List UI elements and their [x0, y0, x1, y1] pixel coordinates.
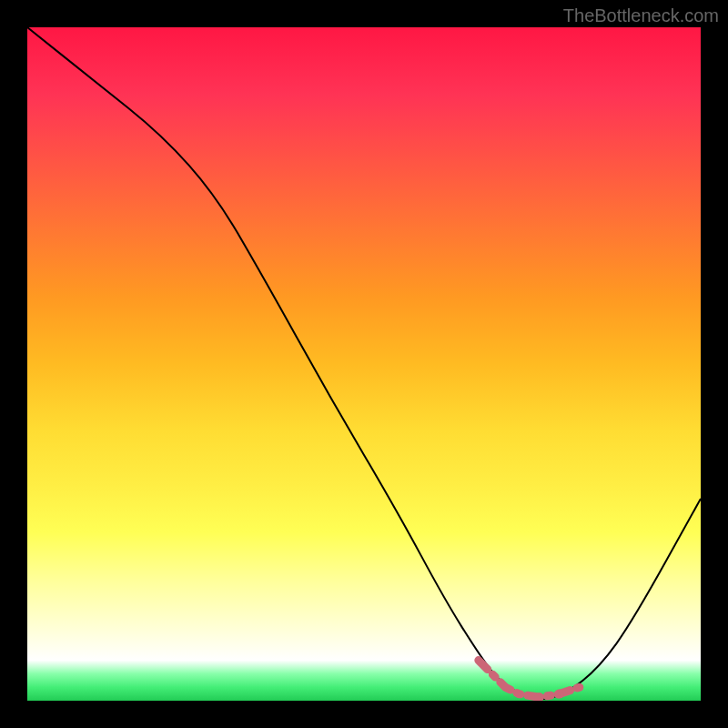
- chart-svg: [27, 27, 701, 701]
- marker-path: [479, 661, 580, 698]
- chart-container: [27, 27, 701, 701]
- marker-dot: [555, 690, 564, 699]
- watermark-text: TheBottleneck.com: [563, 5, 719, 26]
- bottleneck-markers: [479, 661, 583, 701]
- marker-dot: [576, 683, 583, 691]
- bottleneck-curve: [27, 27, 701, 699]
